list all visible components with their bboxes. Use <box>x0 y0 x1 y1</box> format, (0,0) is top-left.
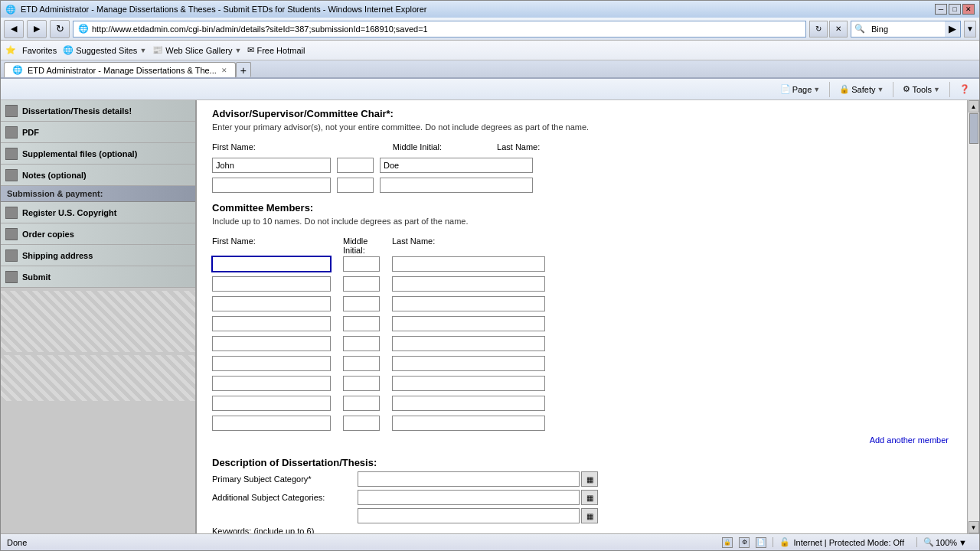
sidebar-item-pdf[interactable]: PDF <box>1 122 195 143</box>
forward-button[interactable]: ▶ <box>27 20 47 38</box>
committee-fn-5[interactable] <box>212 336 331 351</box>
scrollbar-thumb[interactable] <box>969 113 978 144</box>
web-slice-label: Web Slice Gallery <box>165 46 232 55</box>
sidebar-item-supplemental[interactable]: Supplemental files (optional) <box>1 143 195 165</box>
committee-fn-1[interactable] <box>212 256 331 272</box>
favorites-label: Favorites <box>22 46 57 55</box>
primary-subject-input[interactable] <box>358 471 580 487</box>
committee-fn-8[interactable] <box>212 396 331 411</box>
committee-ln-1[interactable] <box>392 256 545 272</box>
committee-mi-3[interactable] <box>343 296 380 311</box>
committee-mi-4[interactable] <box>343 316 380 331</box>
browser-tab[interactable]: 🌐 ETD Administrator - Manage Dissertatio… <box>4 62 236 77</box>
tools-toolbar-btn[interactable]: ⚙ Tools ▼ <box>898 81 945 98</box>
stop-button[interactable]: ✕ <box>829 21 848 37</box>
keywords-row: Keywords: (include up to 6) <box>212 527 952 533</box>
refresh-icon-btn[interactable]: ↻ <box>809 21 828 37</box>
committee-row-2 <box>212 276 952 292</box>
advisor2-middleinit-input[interactable] <box>337 178 374 193</box>
sidebar-thumbnail2 <box>1 355 195 401</box>
committee-ln-4[interactable] <box>392 316 545 331</box>
additional-subject-button1[interactable]: ▦ <box>581 490 598 505</box>
committee-mi-7[interactable] <box>343 376 380 391</box>
committee-ln-8[interactable] <box>392 396 545 411</box>
committee-fn-3[interactable] <box>212 296 331 311</box>
search-options-button[interactable]: ▼ <box>964 21 976 37</box>
toolbar-separator1 <box>829 82 830 97</box>
keywords-label: Keywords: (include up to 6) <box>212 527 358 533</box>
nav-bar: ◀ ▶ ↻ 🌐 http://www.etdadmin.com/cgi-bin/… <box>1 18 979 41</box>
committee-row-1 <box>212 256 952 272</box>
maximize-button[interactable]: □ <box>949 4 961 15</box>
search-submit-button[interactable]: ▶ <box>945 21 960 37</box>
advisor2-firstname-input[interactable] <box>212 178 331 193</box>
suggested-sites-label: Suggested Sites <box>76 46 137 55</box>
committee-fn-9[interactable] <box>212 416 331 431</box>
address-bar[interactable]: 🌐 http://www.etdadmin.com/cgi-bin/admin/… <box>73 21 806 37</box>
hotmail-icon: ✉ <box>247 45 254 55</box>
search-input[interactable] <box>868 21 945 37</box>
committee-mi-2[interactable] <box>343 276 380 292</box>
committee-title: Committee Members: <box>212 202 952 214</box>
scrollbar-down-button[interactable]: ▼ <box>969 521 979 533</box>
status-zoom[interactable]: 🔍 100% ▼ <box>916 537 973 547</box>
sidebar-item-dissertation[interactable]: Dissertation/Thesis details! <box>1 100 195 122</box>
suggested-sites-link[interactable]: 🌐 Suggested Sites ▼ <box>63 45 146 55</box>
sidebar-item-shipping[interactable]: Shipping address <box>1 245 195 266</box>
committee-ln-6[interactable] <box>392 356 545 371</box>
additional-subject-input1[interactable] <box>358 490 580 505</box>
committee-ln-5[interactable] <box>392 336 545 351</box>
committee-mi-5[interactable] <box>343 336 380 351</box>
sidebar-item-label-submit: Submit <box>22 272 51 282</box>
status-icon3[interactable]: 📄 <box>756 537 766 548</box>
sidebar-item-copyright[interactable]: Register U.S. Copyright <box>1 202 195 223</box>
primary-subject-button[interactable]: ▦ <box>581 471 598 487</box>
new-tab-button[interactable]: + <box>236 62 251 77</box>
committee-ln-7[interactable] <box>392 376 545 391</box>
search-bar[interactable]: 🔍 ▶ <box>851 21 961 37</box>
committee-fn-4[interactable] <box>212 316 331 331</box>
committee-fn-7[interactable] <box>212 376 331 391</box>
safety-toolbar-btn[interactable]: 🔒 Safety ▼ <box>835 81 888 98</box>
committee-mi-8[interactable] <box>343 396 380 411</box>
advisor-firstname-input[interactable] <box>212 158 331 173</box>
additional-subject-input2[interactable] <box>358 508 580 523</box>
sidebar-item-icon-pdf <box>5 126 18 139</box>
tools-dropdown-icon: ▼ <box>933 86 940 93</box>
favorites-button[interactable]: Favorites <box>22 46 57 55</box>
sidebar-item-notes[interactable]: Notes (optional) <box>1 165 195 186</box>
sidebar-item-icon-notes <box>5 169 18 181</box>
page-toolbar-btn[interactable]: 📄 Page ▼ <box>776 81 825 98</box>
committee-ln-9[interactable] <box>392 416 545 431</box>
status-icon1[interactable]: 🔒 <box>722 537 733 548</box>
close-button[interactable]: ✕ <box>962 4 975 15</box>
primary-subject-row: Primary Subject Category* ▦ <box>212 471 952 487</box>
scrollbar-up-button[interactable]: ▲ <box>969 100 979 112</box>
committee-mi-1[interactable] <box>343 256 380 272</box>
committee-mi-9[interactable] <box>343 416 380 431</box>
sidebar-item-copies[interactable]: Order copies <box>1 223 195 245</box>
refresh-button[interactable]: ↻ <box>50 20 70 38</box>
minimize-button[interactable]: ─ <box>935 4 947 15</box>
additional-subject-button2[interactable]: ▦ <box>581 508 598 523</box>
committee-mi-6[interactable] <box>343 356 380 371</box>
committee-ln-3[interactable] <box>392 296 545 311</box>
tab-close-button[interactable]: ✕ <box>221 67 227 74</box>
web-slice-dropdown-icon: ▼ <box>235 47 242 54</box>
committee-ln-2[interactable] <box>392 276 545 292</box>
sidebar-item-submit[interactable]: Submit <box>1 266 195 288</box>
committee-fn-2[interactable] <box>212 276 331 292</box>
committee-lastname-header: Last Name: <box>392 236 545 246</box>
status-icon2[interactable]: ⚙ <box>739 537 750 548</box>
free-hotmail-link[interactable]: ✉ Free Hotmail <box>247 45 305 55</box>
url-text: http://www.etdadmin.com/cgi-bin/admin/de… <box>92 24 801 34</box>
back-button[interactable]: ◀ <box>4 20 24 38</box>
help-toolbar-btn[interactable]: ❓ <box>955 81 975 98</box>
advisor-lastname-input[interactable] <box>380 158 533 173</box>
committee-row-9 <box>212 416 952 431</box>
committee-fn-6[interactable] <box>212 356 331 371</box>
add-member-link[interactable]: Add another member <box>212 435 949 445</box>
web-slice-gallery-link[interactable]: 📰 Web Slice Gallery ▼ <box>152 45 241 55</box>
advisor-middleinit-input[interactable] <box>337 158 374 173</box>
advisor2-lastname-input[interactable] <box>380 178 533 193</box>
